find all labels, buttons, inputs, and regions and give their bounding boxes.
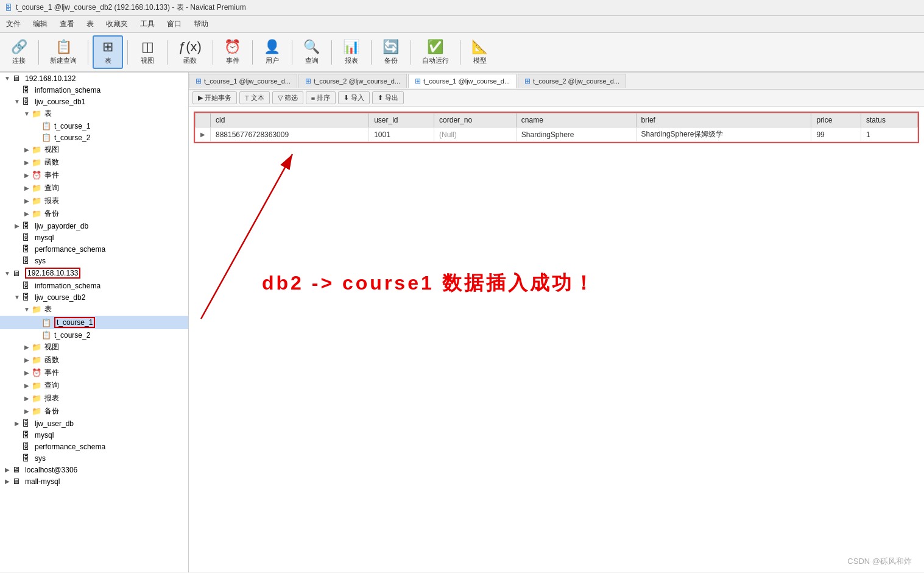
tree-label-tables1: 表 [44,109,52,119]
sidebar-item-tc2[interactable]: 📋t_course_2 [0,132,188,143]
sidebar-item-reports1[interactable]: ▶📁报表 [0,194,188,207]
sidebar-item-localhost[interactable]: ▶🖥localhost@3306 [0,464,188,475]
cell-price: 99 [811,127,861,142]
sidebar-item-db2[interactable]: ▼🗄ljw_course_db2 [0,291,188,303]
tree-label-reports2: 报表 [44,393,59,404]
tree-label-perf2: performance_schema [35,443,105,451]
sidebar-item-ip2[interactable]: ▼🖥192.168.10.133 [0,266,188,280]
sidebar-item-views2[interactable]: ▶📁视图 [0,341,188,354]
toolbar-btn-autorun[interactable]: ✅自动运行 [415,36,456,68]
sidebar-item-tables2[interactable]: ▼📁表 [0,303,188,316]
sidebar-item-events1[interactable]: ▶⏰事件 [0,169,188,182]
action-btn-begin-tx[interactable]: ▶ 开始事务 [192,91,237,104]
toolbar-btn-query[interactable]: 🔍查询 [297,36,327,68]
action-btn-filter[interactable]: ▽ 筛选 [272,91,303,104]
menu-item-表[interactable]: 表 [80,17,100,31]
sidebar-item-tc2_2[interactable]: 📋t_course_2 [0,329,188,341]
action-btn-import[interactable]: ⬇ 导入 [338,91,370,104]
tree-node-icon-info2: 🗄 [22,281,33,290]
tree-node-icon-events2: ⏰ [32,368,43,377]
tree-node-icon-reports1: 📁 [32,196,43,205]
sidebar-item-views1[interactable]: ▶📁视图 [0,143,188,156]
tree-label-userdb: ljw_user_db [35,419,74,428]
import-action-label: 导入 [351,93,364,102]
title-bar: 🗄 t_course_1 @ljw_course_db2 (192.168.10… [0,0,924,16]
table-row[interactable]: ▶8881567767283630091001(Null)ShardingSph… [196,127,918,142]
tab-tab3[interactable]: ⊞t_course_1 @ljw_course_d... [408,74,517,88]
tree-node-icon-tables1: 📁 [32,109,43,118]
tree-arrow-tables1: ▼ [22,110,32,117]
tree-node-icon-backup2: 📁 [32,407,43,416]
tree-label-funcs1: 函数 [44,157,59,168]
toolbar-btn-table[interactable]: ⊞表 [93,35,123,69]
sidebar-item-funcs1[interactable]: ▶📁函数 [0,156,188,169]
sidebar-item-tc1[interactable]: 📋t_course_1 [0,120,188,132]
action-btn-sort[interactable]: ≡ 排序 [306,91,336,104]
sidebar-item-userdb[interactable]: ▶🗄ljw_user_db [0,418,188,429]
sidebar-item-info2[interactable]: 🗄information_schema [0,280,188,291]
data-table: ciduser_idcorder_nocnamebriefpricestatus… [195,113,918,142]
toolbar-btn-new-query[interactable]: 📋新建查询 [43,36,83,68]
toolbar-btn-backup[interactable]: 🔄备份 [376,36,406,68]
sidebar-item-payorder[interactable]: ▶🗄ljw_payorder_db [0,220,188,232]
action-btn-text[interactable]: T 文本 [239,91,270,104]
tab-tab2[interactable]: ⊞t_course_2 @ljw_course_d... [298,74,407,88]
menu-item-文件[interactable]: 文件 [0,17,27,31]
sidebar-item-info1[interactable]: 🗄information_schema [0,84,188,96]
toolbar-separator [38,40,39,65]
sidebar-item-mall[interactable]: ▶🖥mall-mysql [0,475,188,487]
toolbar-btn-report[interactable]: 📊报表 [336,36,367,68]
tree-arrow-backup2: ▶ [22,408,32,415]
sidebar-item-mysql2[interactable]: 🗄mysql [0,429,188,441]
report-label: 报表 [345,56,358,65]
col-header-price: price [811,113,861,127]
query-icon: 🔍 [303,39,320,55]
sidebar-item-sys1[interactable]: 🗄sys [0,255,188,266]
tree-node-icon-perf2: 🗄 [22,442,33,451]
sidebar-item-mysql1[interactable]: 🗄mysql [0,232,188,243]
toolbar-btn-function[interactable]: ƒ(x)函数 [172,36,208,68]
sidebar-item-reports2[interactable]: ▶📁报表 [0,392,188,405]
tab-tab1[interactable]: ⊞t_course_1 @ljw_course_d... [189,74,297,88]
backup-icon: 🔄 [383,39,399,55]
tree-arrow-db2: ▼ [12,294,22,301]
action-btn-export[interactable]: ⬆ 导出 [372,91,404,104]
success-text: db2 -> course1 数据插入成功！ [262,270,596,297]
menu-item-查看[interactable]: 查看 [54,17,80,31]
toolbar-btn-connect[interactable]: 🔗连接 [4,36,34,68]
menu-item-收藏夹[interactable]: 收藏夹 [100,17,134,31]
sidebar-item-tables1[interactable]: ▼📁表 [0,107,188,120]
sidebar-item-funcs2[interactable]: ▶📁函数 [0,354,188,366]
menu-item-帮助[interactable]: 帮助 [188,17,214,31]
tab-icon-tab3: ⊞ [415,77,421,85]
toolbar-btn-user[interactable]: 👤用户 [257,36,287,68]
tree-node-icon-tc2: 📋 [41,133,52,142]
toolbar-separator [213,40,213,65]
function-icon: ƒ(x) [178,39,202,55]
sidebar-item-ip1[interactable]: ▼🖥192.168.10.132 [0,73,188,84]
sidebar-item-backup2[interactable]: ▶📁备份 [0,405,188,418]
sidebar-item-queries1[interactable]: ▶📁查询 [0,182,188,194]
tab-tab4[interactable]: ⊞t_course_2 @ljw_course_d... [518,74,626,88]
toolbar-separator [252,40,253,65]
sidebar-item-sys2[interactable]: 🗄sys [0,452,188,464]
sidebar-item-perf2[interactable]: 🗄performance_schema [0,441,188,452]
sidebar-item-tc1_2[interactable]: 📋t_course_1 [0,316,188,329]
sidebar-item-backup1[interactable]: ▶📁备份 [0,207,188,220]
tree-arrow-mall: ▶ [2,478,12,485]
sort-action-label: 排序 [317,93,330,102]
sidebar-item-perf1[interactable]: 🗄performance_schema [0,243,188,255]
tree-node-icon-mysql2: 🗄 [22,430,33,440]
toolbar-btn-event[interactable]: ⏰事件 [217,36,248,68]
toolbar-btn-view[interactable]: ◫视图 [132,36,163,68]
toolbar-btn-model[interactable]: 📐模型 [465,36,495,68]
tree-arrow-reports1: ▶ [22,198,32,204]
sidebar-item-events2[interactable]: ▶⏰事件 [0,366,188,379]
sidebar-item-queries2[interactable]: ▶📁查询 [0,379,188,392]
menu-item-编辑[interactable]: 编辑 [27,17,54,31]
sidebar-item-db1[interactable]: ▼🗄ljw_course_db1 [0,96,188,107]
export-action-icon: ⬆ [378,94,383,102]
menu-item-工具[interactable]: 工具 [134,17,161,31]
menu-item-窗口[interactable]: 窗口 [161,17,188,31]
col-header-cname: cname [516,113,636,127]
